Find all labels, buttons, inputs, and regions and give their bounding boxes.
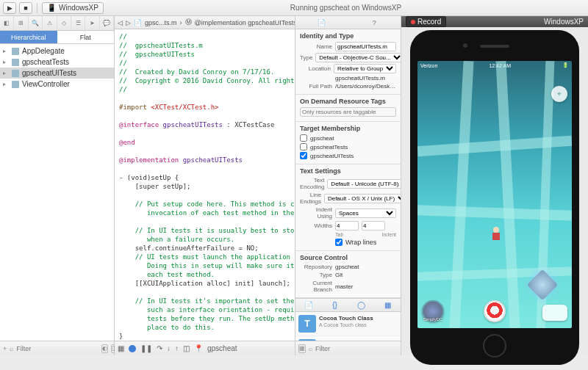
- library-filter-input[interactable]: [315, 345, 398, 352]
- target-header: Target Membership: [300, 125, 396, 132]
- phone-icon: 📱: [47, 4, 56, 12]
- identity-header: Identity and Type: [300, 32, 396, 40]
- target-checkbox[interactable]: [300, 152, 307, 159]
- file-inspector-tab[interactable]: 📄: [295, 16, 348, 29]
- target-checkbox[interactable]: [300, 134, 307, 142]
- class-icon: [12, 70, 19, 77]
- scope-hierarchical[interactable]: Hierarchical: [0, 31, 57, 43]
- code-snippet-tab[interactable]: {}: [322, 299, 348, 311]
- navigator-tabs: ◧ ⊞ 🔍 ⚠ ◇ ☰ ➤ 💬: [0, 16, 114, 31]
- indent-select[interactable]: Spaces: [335, 208, 396, 218]
- help-inspector-tab[interactable]: ?: [348, 16, 401, 29]
- inspector-tabs: 📄 ?: [295, 16, 401, 29]
- add-icon[interactable]: +: [3, 345, 7, 352]
- nav-item[interactable]: gpscheatTests: [0, 57, 114, 68]
- breakpoint-nav-tab[interactable]: ➤: [85, 16, 99, 30]
- hide-debug-icon[interactable]: ▦: [118, 344, 124, 352]
- device-frame: Verizon 12:42 AM 🔋 ⌖: [401, 27, 588, 368]
- template-icon: T: [298, 315, 316, 333]
- location-select[interactable]: Relative to Group: [334, 64, 396, 73]
- phone-speaker: [480, 45, 509, 48]
- back-icon[interactable]: ◁: [118, 19, 123, 26]
- pause-icon[interactable]: ❚❚: [140, 344, 152, 352]
- step-over-icon[interactable]: ↷: [157, 344, 162, 352]
- main-toolbar: ▶ ■ 📱 WindowsXP Running gpscheat on Wind…: [0, 0, 588, 16]
- location-icon[interactable]: 📍: [194, 344, 203, 352]
- target-membership-section: Target Membership gpscheat gpscheatTests…: [295, 122, 401, 164]
- class-icon: [12, 48, 19, 55]
- step-out-icon[interactable]: ↑: [175, 344, 179, 352]
- debug-target[interactable]: gpscheat: [207, 344, 237, 352]
- phone-camera: [463, 43, 467, 48]
- nearby-button[interactable]: [542, 305, 567, 321]
- jumpbar-symbol[interactable]: @implementation gpscheatUITests: [195, 19, 295, 26]
- file-template-tab[interactable]: 📄: [295, 299, 322, 311]
- grid-view-icon[interactable]: ▦: [298, 344, 306, 353]
- target-checkbox[interactable]: [300, 143, 307, 150]
- class-icon: [12, 81, 19, 88]
- media-library-tab[interactable]: ▦: [374, 299, 401, 311]
- odr-field: [300, 107, 396, 117]
- source-control-section: Source Control Repositorygpscheat TypeGi…: [295, 251, 401, 298]
- debug-nav-tab[interactable]: ☰: [71, 16, 85, 30]
- nav-item[interactable]: ViewController: [0, 79, 114, 90]
- stop-button[interactable]: ■: [19, 2, 32, 14]
- simulator-titlebar: Record WindowsXP: [401, 16, 588, 27]
- library-panel: 📄 {} ◯ ▦ TCocoa Touch ClassA Cocoa Touch…: [295, 298, 401, 341]
- tab-width-stepper[interactable]: [335, 221, 359, 231]
- test-nav-tab[interactable]: ◇: [57, 16, 71, 30]
- identity-section: Identity and Type Name TypeDefault - Obj…: [295, 29, 401, 95]
- symbol-nav-tab[interactable]: ⊞: [14, 16, 28, 30]
- view-debug-icon[interactable]: ◫: [183, 344, 190, 352]
- step-in-icon[interactable]: ↓: [167, 344, 171, 352]
- profile-button[interactable]: [422, 300, 444, 322]
- indent-width-stepper[interactable]: [362, 221, 385, 231]
- library-item[interactable]: TCocoa Touch ClassA Cocoa Touch class: [295, 312, 401, 336]
- source-header: Source Control: [300, 254, 396, 261]
- source-editor[interactable]: // // gpscheatUITests.m // gpscheatUITes…: [115, 29, 295, 341]
- home-button[interactable]: [483, 334, 506, 358]
- class-icon: [12, 59, 19, 66]
- jumpbar-file[interactable]: gpsc...ts.m: [145, 19, 177, 26]
- scheme-target: WindowsXP: [59, 4, 98, 12]
- navigator-filter-bar: + ⌕ ◐ ◫: [0, 341, 114, 355]
- find-nav-tab[interactable]: 🔍: [29, 16, 43, 30]
- filter-icon: ⌕: [309, 345, 312, 352]
- breakpoint-toggle[interactable]: [129, 345, 136, 352]
- inspector-panel: 📄 ? Identity and Type Name TypeDefault -…: [295, 16, 401, 355]
- device-screen[interactable]: Verizon 12:42 AM 🔋 ⌖: [417, 61, 572, 328]
- nav-item[interactable]: AppDelegate: [0, 46, 114, 57]
- textset-header: Text Settings: [300, 167, 396, 175]
- file-icon: 📄: [134, 19, 142, 26]
- navigator-filter-input[interactable]: [16, 345, 98, 352]
- odr-header: On Demand Resource Tags: [300, 98, 396, 105]
- report-nav-tab[interactable]: 💬: [100, 16, 114, 30]
- nav-item[interactable]: gpscheatUITests: [0, 68, 114, 79]
- compass-button[interactable]: ⌖: [551, 86, 567, 102]
- jump-bar[interactable]: ◁ ▷ 📄 gpsc...ts.m › Ⓜ @implementation gp…: [115, 16, 295, 29]
- pokeball-button[interactable]: [484, 300, 506, 322]
- method-icon: Ⓜ: [185, 18, 192, 27]
- project-nav-tab[interactable]: ◧: [0, 16, 14, 30]
- name-field[interactable]: [335, 42, 396, 51]
- activity-status: Running gpscheat on WindowsXP: [107, 4, 585, 12]
- wrap-checkbox[interactable]: [335, 239, 343, 246]
- type-select[interactable]: Default - Objective-C Sou...: [315, 53, 401, 62]
- scheme-selector[interactable]: 📱 WindowsXP: [42, 2, 104, 14]
- forward-icon[interactable]: ▷: [126, 19, 131, 26]
- navigator-panel: ◧ ⊞ 🔍 ⚠ ◇ ☰ ➤ 💬 Hierarchical Flat AppDel…: [0, 16, 115, 355]
- simulator-panel: Record WindowsXP Verizon 12:42 AM 🔋: [401, 16, 588, 355]
- object-library-tab[interactable]: ◯: [348, 299, 375, 311]
- issue-nav-tab[interactable]: ⚠: [43, 16, 57, 30]
- recent-filter-icon[interactable]: ◐: [101, 344, 108, 353]
- run-button[interactable]: ▶: [3, 2, 16, 14]
- record-button[interactable]: Record: [406, 16, 446, 27]
- lineending-select[interactable]: Default - OS X / Unix (LF): [324, 194, 401, 203]
- text-settings-section: Text Settings Text EncodingDefault - Uni…: [295, 164, 401, 251]
- filter-icon: ⌕: [10, 345, 13, 352]
- scope-flat[interactable]: Flat: [57, 31, 115, 43]
- encoding-select[interactable]: Default - Unicode (UTF-8): [327, 179, 401, 189]
- player-avatar[interactable]: [492, 227, 501, 240]
- library-filter-bar: ▦ ⌕: [295, 341, 401, 355]
- navigator-items: AppDelegate gpscheatTests gpscheatUITest…: [0, 44, 114, 341]
